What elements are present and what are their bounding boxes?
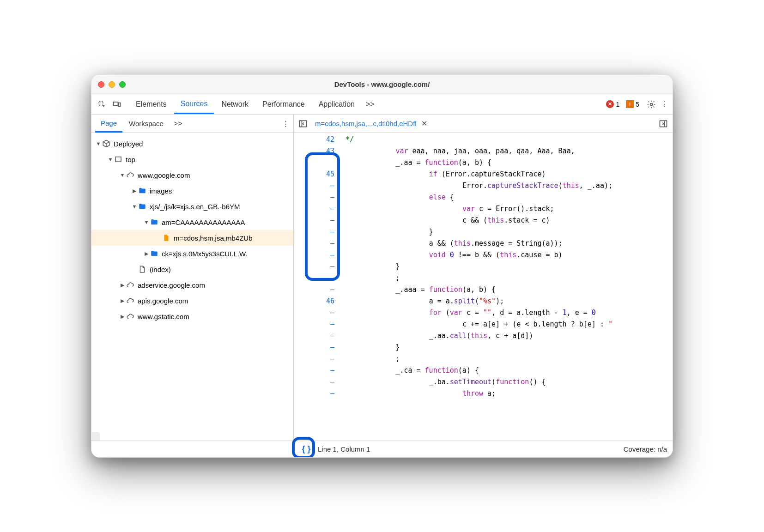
tree-label: xjs/_/js/k=xjs.s.en_GB.-b6YM: [150, 203, 240, 211]
folder-icon: [150, 249, 159, 258]
cloud-icon: [126, 280, 135, 290]
tab-network[interactable]: Network: [215, 96, 255, 113]
line-number[interactable]: –: [294, 365, 334, 376]
toggle-debugger-icon[interactable]: [657, 117, 670, 130]
inspect-icon[interactable]: [95, 97, 109, 111]
tree-label: m=cdos,hsm,jsa,mb4ZUb: [174, 234, 252, 242]
line-number[interactable]: –: [294, 226, 334, 238]
tree-label: apis.google.com: [138, 297, 188, 305]
line-number[interactable]: –: [294, 215, 334, 226]
tab-sources[interactable]: Sources: [174, 95, 214, 114]
tree-label: www.google.com: [138, 171, 190, 179]
chevron-right-icon[interactable]: [143, 251, 150, 257]
window-title: DevTools - www.google.com/: [91, 80, 673, 88]
frame-icon: [114, 155, 123, 164]
tree-row[interactable]: (index): [91, 261, 293, 277]
chevron-down-icon[interactable]: [95, 141, 102, 146]
scroll-corner: [91, 432, 100, 441]
window-minimize-icon[interactable]: [109, 81, 115, 88]
warnings-count: 5: [636, 101, 639, 108]
tree-row[interactable]: apis.google.com: [91, 293, 293, 308]
chevron-right-icon[interactable]: [119, 314, 126, 320]
line-number[interactable]: –: [294, 376, 334, 388]
tree-label: www.gstatic.com: [138, 313, 189, 320]
toggle-navigator-icon[interactable]: [297, 117, 309, 130]
line-number[interactable]: –: [294, 319, 334, 330]
status-bar: { } Line 1, Column 1 Coverage: n/a: [91, 441, 673, 457]
chevron-right-icon[interactable]: [119, 282, 126, 288]
chevron-down-icon[interactable]: [143, 219, 150, 225]
line-number[interactable]: –: [294, 180, 334, 192]
line-number[interactable]: –: [294, 342, 334, 353]
line-number[interactable]: –: [294, 388, 334, 399]
more-tabs-icon[interactable]: >>: [362, 100, 378, 109]
tree-row[interactable]: xjs/_/js/k=xjs.s.en_GB.-b6YM: [91, 199, 293, 214]
tab-application[interactable]: Application: [312, 96, 361, 113]
subtab-page[interactable]: Page: [95, 115, 122, 133]
cursor-position: Line 1, Column 1: [318, 445, 370, 453]
window-titlebar: DevTools - www.google.com/: [91, 75, 673, 94]
line-number[interactable]: –: [294, 238, 334, 249]
close-icon[interactable]: ✕: [421, 119, 427, 128]
navigator-menu-icon[interactable]: ⋮: [281, 118, 290, 129]
tree-row[interactable]: adservice.google.com: [91, 277, 293, 293]
warnings-badge[interactable]: !5: [623, 99, 642, 109]
line-number[interactable]: 45: [294, 169, 334, 180]
chevron-right-icon[interactable]: [131, 188, 138, 194]
navigator-tabs: Page Workspace >> ⋮: [91, 115, 293, 133]
code-area[interactable]: */ var eaa, naa, jaa, oaa, paa, qaa, Aaa…: [340, 133, 673, 441]
line-number[interactable]: –: [294, 330, 334, 342]
code-editor[interactable]: 424345––––––––––46–––––––– */ var eaa, n…: [294, 133, 673, 441]
line-number[interactable]: 43: [294, 145, 334, 157]
tree-row[interactable]: www.google.com: [91, 167, 293, 183]
tree-row[interactable]: am=CAAAAAAAAAAAAAA: [91, 214, 293, 230]
editor-tab-active[interactable]: m=cdos,hsm,jsa,...c,dtl0hd,eHDfl ✕: [312, 119, 430, 128]
chevron-right-icon[interactable]: [119, 298, 126, 304]
device-toolbar-icon[interactable]: [110, 97, 124, 111]
line-number[interactable]: –: [294, 284, 334, 296]
pretty-print-icon[interactable]: { }: [299, 443, 313, 455]
tree-row[interactable]: www.gstatic.com: [91, 308, 293, 324]
line-number[interactable]: –: [294, 192, 334, 203]
kebab-menu-icon[interactable]: ⋮: [661, 99, 669, 110]
errors-badge[interactable]: ✕1: [603, 99, 622, 109]
gear-icon[interactable]: [646, 99, 657, 110]
svg-point-3: [650, 103, 653, 105]
cloud-icon: [126, 312, 135, 321]
line-number[interactable]: –: [294, 353, 334, 365]
line-number[interactable]: 42: [294, 134, 334, 145]
line-number[interactable]: –: [294, 307, 334, 319]
tree-label: Deployed: [114, 140, 143, 148]
line-number[interactable]: –: [294, 249, 334, 261]
line-number[interactable]: 46: [294, 296, 334, 307]
chevron-down-icon[interactable]: [107, 157, 114, 162]
window-zoom-icon[interactable]: [119, 81, 126, 88]
tree-row[interactable]: Deployed: [91, 136, 293, 151]
tree-label: images: [150, 187, 172, 195]
editor-tab-label: m=cdos,hsm,jsa,...c,dtl0hd,eHDfl: [315, 120, 417, 127]
file-tree: Deployedtopwww.google.comimagesxjs/_/js/…: [91, 133, 293, 327]
line-number[interactable]: –: [294, 261, 334, 272]
file-icon: [138, 265, 147, 274]
tree-row[interactable]: images: [91, 183, 293, 199]
chevron-down-icon[interactable]: [131, 204, 138, 209]
tree-row[interactable]: m=cdos,hsm,jsa,mb4ZUb: [91, 230, 293, 246]
subtab-workspace[interactable]: Workspace: [123, 115, 169, 132]
folder-icon: [138, 186, 147, 195]
tab-elements[interactable]: Elements: [129, 96, 173, 113]
tree-row[interactable]: ck=xjs.s.0Mx5ys3sCUI.L.W.: [91, 246, 293, 261]
tree-label: (index): [150, 266, 171, 273]
coverage-status: Coverage: n/a: [624, 445, 667, 453]
svg-rect-1: [114, 102, 118, 106]
folder-icon: [138, 202, 147, 211]
chevron-down-icon[interactable]: [119, 172, 126, 178]
line-gutter[interactable]: 424345––––––––––46––––––––: [294, 133, 340, 441]
line-number[interactable]: –: [294, 203, 334, 215]
window-close-icon[interactable]: [98, 81, 104, 88]
line-number[interactable]: –: [294, 272, 334, 284]
line-number[interactable]: [294, 157, 334, 169]
tree-row[interactable]: top: [91, 151, 293, 167]
tab-performance[interactable]: Performance: [256, 96, 311, 113]
more-subtabs-icon[interactable]: >>: [170, 120, 186, 128]
cloud-icon: [126, 170, 135, 180]
